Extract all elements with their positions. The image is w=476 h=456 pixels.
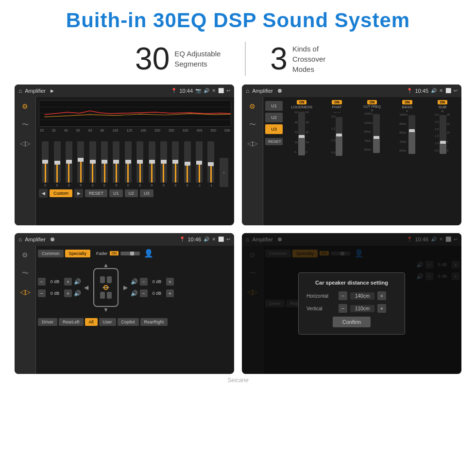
profile-icon[interactable]: 👤 — [144, 249, 153, 258]
left-arrow-icon[interactable]: ◀ — [84, 284, 88, 291]
right-arrow-icon[interactable]: ▶ — [123, 284, 128, 291]
sidebar-eq-icon2[interactable]: ⚙ — [246, 101, 259, 112]
u2-button[interactable]: U2 — [125, 189, 138, 197]
eq-slider-track[interactable] — [77, 141, 84, 183]
bass-toggle[interactable]: ON — [402, 100, 412, 104]
custom-button[interactable]: Custom — [50, 189, 72, 197]
eq-slider-track[interactable] — [89, 141, 96, 183]
eq-slider-track[interactable] — [160, 141, 167, 183]
down-arrow-icon[interactable]: ▼ — [103, 306, 109, 313]
specialty-button[interactable]: Specialty — [65, 250, 91, 257]
eq-slider-track[interactable] — [42, 141, 49, 183]
up-arrow-icon[interactable]: ▲ — [103, 262, 109, 269]
page-header: Buith-in 30EQ DSP Sound System — [0, 0, 476, 37]
sidebar-volume-icon3[interactable]: ◁▷ — [18, 287, 32, 297]
rearright-button[interactable]: RearRight — [140, 318, 168, 326]
eq-slider-track[interactable] — [172, 141, 179, 183]
screen2-main: U1 U2 U3 RESET ON LOUDNESS — [263, 97, 461, 225]
phat-toggle[interactable]: ON — [332, 100, 342, 104]
eq-slider-track[interactable] — [196, 141, 203, 183]
eq-graph — [39, 100, 231, 127]
window-icon[interactable]: ⬜ — [218, 88, 224, 94]
phat-slider[interactable] — [336, 117, 342, 156]
sub-slider[interactable] — [440, 115, 446, 154]
sidebar-eq-icon[interactable]: ⚙ — [18, 101, 32, 112]
common-button[interactable]: Common — [38, 250, 64, 257]
driver-button[interactable]: Driver — [38, 318, 57, 326]
eq-slider-track[interactable] — [184, 141, 191, 183]
back-icon3[interactable]: ↩ — [226, 236, 230, 242]
tl-plus-button[interactable]: + — [64, 278, 72, 286]
eq-slider-track[interactable] — [113, 141, 119, 183]
close-icon[interactable]: ✕ — [212, 88, 216, 94]
back-icon2[interactable]: ↩ — [454, 88, 458, 94]
window-icon2[interactable]: ⬜ — [445, 88, 451, 94]
br-plus-button[interactable]: + — [166, 289, 174, 297]
expand-sliders-button[interactable]: » — [220, 158, 228, 187]
loudness-toggle[interactable]: ON — [297, 100, 307, 104]
eq-slider-track[interactable] — [149, 141, 155, 183]
cutfreq-slider[interactable] — [373, 114, 380, 153]
sidebar-volume-icon[interactable]: ◁▷ — [18, 138, 32, 149]
reset-crossover-button[interactable]: RESET — [265, 138, 283, 145]
prev-button[interactable]: ◀ — [39, 189, 48, 198]
bass-slider[interactable] — [408, 115, 415, 154]
eq-slider-track[interactable] — [125, 141, 132, 183]
horizontal-value: 140cm — [350, 292, 374, 300]
close-icon2[interactable]: ✕ — [439, 88, 443, 94]
home-icon3[interactable]: ⌂ — [18, 236, 22, 243]
tr-minus-button[interactable]: − — [140, 278, 148, 286]
tr-plus-button[interactable]: + — [166, 278, 174, 286]
eq-slider-track[interactable] — [54, 141, 61, 183]
horizontal-plus-button[interactable]: + — [377, 291, 386, 300]
stat-eq-number: 30 — [135, 43, 170, 74]
sidebar-wave-icon[interactable]: 〜 — [18, 119, 32, 130]
tl-minus-button[interactable]: − — [38, 278, 46, 286]
stat-eq-label: EQ AdjustableSegments — [174, 49, 221, 69]
close-icon3[interactable]: ✕ — [212, 236, 216, 242]
screen1-sidebar: ⚙ 〜 ◁▷ — [15, 97, 36, 225]
next-button[interactable]: ▶ — [74, 189, 83, 198]
play-icon[interactable]: ▶ — [51, 88, 54, 93]
home-icon2[interactable]: ⌂ — [246, 87, 249, 94]
sidebar-eq-icon3[interactable]: ⚙ — [18, 250, 32, 260]
eq-slider-col: 0 — [136, 141, 143, 187]
sub-toggle[interactable]: ON — [438, 100, 448, 104]
sidebar-wave-icon2[interactable]: 〜 — [246, 119, 259, 130]
vertical-minus-button[interactable]: − — [339, 304, 347, 313]
u1-preset-button[interactable]: U1 — [265, 101, 283, 111]
screen3-content: ⚙ 〜 ◁▷ Common Specialty Fader ON 👤 — [15, 246, 234, 374]
horizontal-minus-button[interactable]: − — [339, 291, 347, 300]
sidebar-wave-icon3[interactable]: 〜 — [18, 268, 32, 279]
vertical-plus-button[interactable]: + — [377, 304, 386, 313]
eq-slider-track[interactable] — [136, 141, 143, 183]
screen1-main: 253240 506380 100125160 200250320 400500… — [36, 97, 234, 225]
bl-plus-button[interactable]: + — [64, 289, 72, 297]
sidebar-volume-icon2[interactable]: ◁▷ — [246, 138, 259, 149]
window-icon3[interactable]: ⬜ — [218, 236, 224, 242]
home-icon[interactable]: ⌂ — [18, 87, 22, 94]
eq-slider-track[interactable] — [101, 141, 108, 183]
copilot-button[interactable]: Copilot — [118, 318, 139, 326]
rearleft-button[interactable]: RearLeft — [59, 318, 84, 326]
u1-button[interactable]: U1 — [109, 189, 123, 197]
u3-preset-button[interactable]: U3 — [265, 124, 283, 134]
u3-button[interactable]: U3 — [140, 189, 153, 197]
channel-bass: ON BASS F 100Hz90Hz80Hz70Hz60Hz — [390, 100, 424, 156]
user-button[interactable]: User — [99, 318, 116, 326]
screen3-topbar-icons: 📍 10:46 🔊 ✕ ⬜ ↩ — [179, 236, 230, 242]
reset-button[interactable]: RESET — [85, 189, 107, 197]
br-minus-button[interactable]: − — [140, 289, 148, 297]
cutfreq-toggle[interactable]: ON — [367, 100, 377, 104]
channel-loudness: ON LOUDNESS 644832160 — [285, 100, 319, 157]
bl-minus-button[interactable]: − — [38, 289, 46, 297]
all-button[interactable]: All — [85, 318, 98, 326]
eq-slider-track[interactable] — [207, 141, 214, 183]
eq-slider-track[interactable] — [66, 141, 72, 183]
channel-phat: ON PHAT — — 3.02.11.30.5 — [320, 100, 354, 158]
loudness-slider[interactable] — [298, 112, 305, 155]
confirm-button[interactable]: Confirm — [333, 317, 371, 327]
fader-slider[interactable] — [120, 252, 140, 255]
u2-preset-button[interactable]: U2 — [265, 113, 283, 122]
back-icon[interactable]: ↩ — [226, 88, 230, 94]
